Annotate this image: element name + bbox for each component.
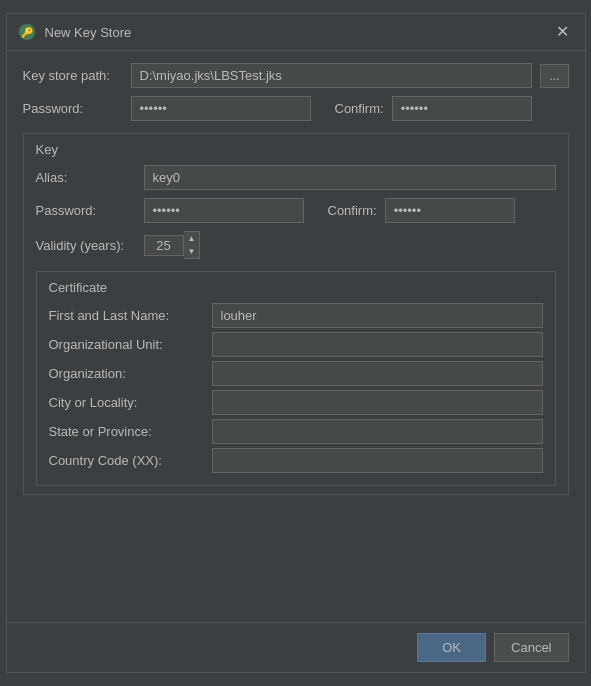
key-section-title: Key <box>36 142 556 157</box>
key-section: Key Alias: Password: Confirm: <box>23 133 569 495</box>
org-input[interactable] <box>212 361 543 386</box>
org-label: Organization: <box>49 366 204 381</box>
keystore-path-row: Key store path: ... <box>23 63 569 88</box>
keystore-path-input[interactable] <box>131 63 533 88</box>
org-unit-label: Organizational Unit: <box>49 337 204 352</box>
key-confirm-label: Confirm: <box>328 203 377 218</box>
certificate-section: Certificate First and Last Name: Organiz… <box>36 271 556 486</box>
validity-spinner: ▲ ▼ <box>144 231 201 259</box>
city-label: City or Locality: <box>49 395 204 410</box>
certificate-section-title: Certificate <box>49 280 543 295</box>
state-row: State or Province: <box>49 419 543 444</box>
keystore-password-input[interactable] <box>131 96 311 121</box>
org-unit-row: Organizational Unit: <box>49 332 543 357</box>
first-last-row: First and Last Name: <box>49 303 543 328</box>
keystore-path-label: Key store path: <box>23 68 123 83</box>
spinner-up-button[interactable]: ▲ <box>184 232 200 245</box>
first-last-label: First and Last Name: <box>49 308 204 323</box>
title-bar: 🔑 New Key Store ✕ <box>7 14 585 51</box>
alias-label: Alias: <box>36 170 136 185</box>
close-button[interactable]: ✕ <box>550 22 575 42</box>
key-confirm-input[interactable] <box>385 198 515 223</box>
svg-text:🔑: 🔑 <box>21 26 34 39</box>
spinner-buttons: ▲ ▼ <box>184 231 201 259</box>
keystore-password-row: Password: Confirm: <box>23 96 569 121</box>
state-label: State or Province: <box>49 424 204 439</box>
keystore-confirm-input[interactable] <box>392 96 532 121</box>
browse-button[interactable]: ... <box>540 64 568 88</box>
alias-input[interactable] <box>144 165 556 190</box>
city-row: City or Locality: <box>49 390 543 415</box>
dialog-body: Key store path: ... Password: Confirm: K… <box>7 51 585 622</box>
key-password-label: Password: <box>36 203 136 218</box>
org-row: Organization: <box>49 361 543 386</box>
spinner-down-button[interactable]: ▼ <box>184 245 200 258</box>
country-input[interactable] <box>212 448 543 473</box>
validity-input[interactable] <box>144 235 184 256</box>
validity-row: Validity (years): ▲ ▼ <box>36 231 556 259</box>
state-input[interactable] <box>212 419 543 444</box>
ok-button[interactable]: OK <box>417 633 486 662</box>
keystore-confirm-label: Confirm: <box>335 101 384 116</box>
keystore-password-label: Password: <box>23 101 123 116</box>
key-password-row: Password: Confirm: <box>36 198 556 223</box>
org-unit-input[interactable] <box>212 332 543 357</box>
title-bar-left: 🔑 New Key Store <box>17 22 132 42</box>
dialog-footer: OK Cancel <box>7 622 585 672</box>
key-password-input[interactable] <box>144 198 304 223</box>
first-last-input[interactable] <box>212 303 543 328</box>
city-input[interactable] <box>212 390 543 415</box>
keystore-confirm-group: Confirm: <box>335 96 532 121</box>
new-key-store-dialog: 🔑 New Key Store ✕ Key store path: ... Pa… <box>6 13 586 673</box>
key-section-content: Alias: Password: Confirm: Validity (year… <box>36 165 556 486</box>
alias-row: Alias: <box>36 165 556 190</box>
key-store-icon: 🔑 <box>17 22 37 42</box>
validity-label: Validity (years): <box>36 238 136 253</box>
key-confirm-group: Confirm: <box>328 198 515 223</box>
country-label: Country Code (XX): <box>49 453 204 468</box>
cancel-button[interactable]: Cancel <box>494 633 568 662</box>
dialog-title: New Key Store <box>45 25 132 40</box>
country-row: Country Code (XX): <box>49 448 543 473</box>
